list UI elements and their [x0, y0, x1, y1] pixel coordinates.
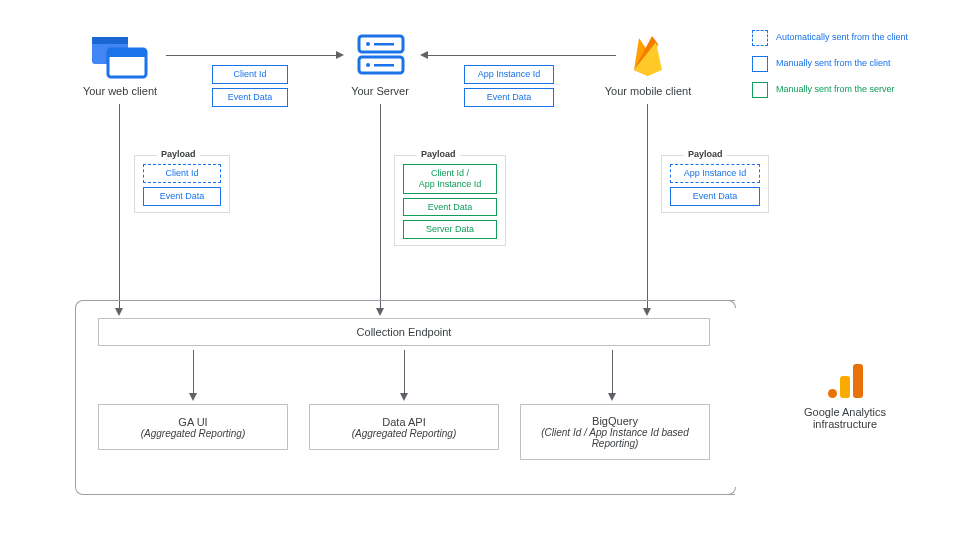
ga-ui-box: GA UI (Aggregated Reporting): [98, 404, 288, 450]
legend-text: Manually sent from the client: [776, 58, 891, 69]
data-api-box: Data API (Aggregated Reporting): [309, 404, 499, 450]
svg-rect-6: [374, 43, 394, 46]
legend-text: Automatically sent from the client: [776, 32, 908, 43]
arrow-web-to-server: [166, 55, 338, 56]
svg-rect-1: [92, 37, 128, 44]
svg-point-8: [366, 63, 370, 67]
browser-windows-icon: [90, 35, 150, 80]
arrow-mobile-down: [647, 104, 648, 310]
payload-label: Payload: [157, 149, 200, 159]
payload-mobile-appid: App Instance Id: [670, 164, 760, 183]
mobile-client-label: Your mobile client: [598, 85, 698, 97]
server-stack-icon: [356, 32, 406, 77]
payload-mobile-eventdata: Event Data: [670, 187, 760, 206]
app-instance-id-box: App Instance Id: [464, 65, 554, 84]
ga-ui-sub: (Aggregated Reporting): [99, 428, 287, 439]
payload-web: Payload Client Id Event Data: [134, 155, 230, 213]
bigquery-box: BigQuery (Client Id / App Instance Id ba…: [520, 404, 710, 460]
arrow-server-down: [380, 104, 381, 310]
legend-swatch-dashed-icon: [752, 30, 768, 46]
payload-server: Payload Client Id / App Instance Id Even…: [394, 155, 506, 246]
ga-ui-title: GA UI: [99, 416, 287, 428]
payload-server-ids: Client Id / App Instance Id: [403, 164, 497, 194]
collection-endpoint: Collection Endpoint: [98, 318, 710, 346]
ga-infra-label: Google Analytics infrastructure: [790, 406, 900, 430]
google-analytics-icon: [790, 360, 900, 398]
mobile-to-server-data: App Instance Id Event Data: [464, 65, 554, 107]
svg-rect-9: [374, 64, 394, 67]
legend: Automatically sent from the client Manua…: [752, 30, 952, 108]
payload-mobile: Payload App Instance Id Event Data: [661, 155, 769, 213]
payload-web-clientid: Client Id: [143, 164, 221, 183]
payload-server-eventdata: Event Data: [403, 198, 497, 217]
payload-server-serverdata: Server Data: [403, 220, 497, 239]
legend-swatch-solid-green-icon: [752, 82, 768, 98]
bigquery-title: BigQuery: [521, 415, 709, 427]
legend-row-manual-server: Manually sent from the server: [752, 82, 952, 98]
svg-rect-3: [108, 49, 146, 57]
client-id-box: Client Id: [212, 65, 288, 84]
ga-logo-block: Google Analytics infrastructure: [790, 360, 900, 430]
web-to-server-data: Client Id Event Data: [212, 65, 288, 107]
legend-text: Manually sent from the server: [776, 84, 895, 95]
firebase-flame-icon: [630, 32, 666, 80]
event-data-box: Event Data: [464, 88, 554, 107]
payload-label: Payload: [417, 149, 460, 159]
svg-point-5: [366, 42, 370, 46]
data-api-sub: (Aggregated Reporting): [310, 428, 498, 439]
payload-label: Payload: [684, 149, 727, 159]
event-data-box: Event Data: [212, 88, 288, 107]
legend-swatch-solid-blue-icon: [752, 56, 768, 72]
arrow-to-gaui: [193, 350, 194, 395]
arrow-web-down: [119, 104, 120, 310]
bigquery-sub: (Client Id / App Instance Id based Repor…: [521, 427, 709, 449]
web-client-label: Your web client: [72, 85, 168, 97]
server-label: Your Server: [340, 85, 420, 97]
arrow-mobile-to-server: [428, 55, 616, 56]
legend-row-auto-client: Automatically sent from the client: [752, 30, 952, 46]
arrow-to-dataapi: [404, 350, 405, 395]
legend-row-manual-client: Manually sent from the client: [752, 56, 952, 72]
payload-web-eventdata: Event Data: [143, 187, 221, 206]
arrow-to-bigquery: [612, 350, 613, 395]
data-api-title: Data API: [310, 416, 498, 428]
